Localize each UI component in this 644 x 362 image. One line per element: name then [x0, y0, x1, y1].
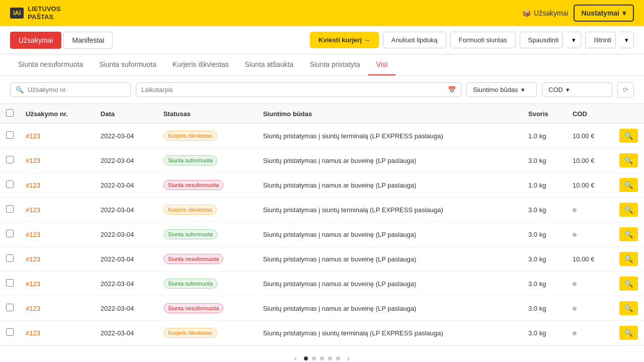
cod-value: 10.00 € [573, 255, 594, 263]
table-row: #123 2022-03-04 Siunta nesuformuota Siun… [0, 173, 644, 198]
row-checkbox[interactable] [6, 205, 14, 213]
page-dot-2[interactable] [312, 356, 316, 360]
row-cod [567, 321, 613, 345]
row-shipping: Siuntų pristatymas į namus ar buveinę (L… [257, 173, 522, 198]
header: IAI LIETUVOS PAŠTAS 📦 Užsakymai Nustatym… [0, 0, 644, 26]
nav-orders-button[interactable]: Užsakymai [10, 32, 61, 49]
row-search-button[interactable]: 🔍 [619, 277, 638, 291]
order-link[interactable]: #123 [26, 206, 40, 214]
row-shipping: Siuntų pristatymas į namus ar buveinę (L… [257, 296, 522, 321]
order-link[interactable]: #123 [26, 132, 40, 140]
tab-nesuformuota[interactable]: Siunta nesuformuota [10, 54, 91, 75]
header-right: 📦 Užsakymai Nustatymai ▾ [522, 5, 634, 22]
search-input[interactable] [28, 86, 125, 94]
row-search-button[interactable]: 🔍 [619, 301, 638, 315]
order-link[interactable]: #123 [26, 305, 40, 312]
row-weight: 3.0 kg [522, 148, 567, 173]
cod-empty [573, 233, 577, 237]
row-date: 2022-03-04 [95, 222, 157, 247]
reset-filter-button[interactable]: ⟳ [617, 82, 634, 98]
logo-text: LIETUVOS PAŠTAS [28, 5, 60, 21]
row-search-button[interactable]: 🔍 [619, 178, 638, 192]
row-search-button[interactable]: 🔍 [619, 129, 638, 143]
col-status: Statusas [157, 104, 257, 124]
row-search-button[interactable]: 🔍 [619, 153, 638, 167]
cod-value: 10.00 € [573, 132, 594, 140]
order-link[interactable]: #123 [26, 157, 40, 164]
status-badge: Kurjeris iškviestas [164, 205, 217, 215]
date-input[interactable] [141, 86, 444, 94]
order-link[interactable]: #123 [26, 182, 40, 189]
format-shipments-button[interactable]: Formuoti siuntas [450, 32, 516, 48]
orders-link[interactable]: 📦 Užsakymai [522, 9, 568, 17]
cod-empty [573, 331, 577, 335]
col-order-nr: Užsakymo nr. [20, 104, 95, 124]
call-courier-button[interactable]: Kviesti kurjerį → [310, 32, 379, 48]
row-shipping: Siuntų pristatymas į siuntų terminalą (L… [257, 124, 522, 148]
row-search-button[interactable]: 🔍 [619, 227, 638, 241]
row-search-button[interactable]: 🔍 [619, 252, 638, 266]
order-link[interactable]: #123 [26, 329, 40, 337]
page-dot-3[interactable] [320, 356, 324, 360]
tab-visi[interactable]: Visi [368, 54, 395, 75]
row-shipping: Siuntų pristatymas į namus ar buveinę (L… [257, 148, 522, 173]
row-search-button[interactable]: 🔍 [619, 203, 638, 217]
pagination: ‹ › [0, 345, 644, 362]
reset-icon: ⟳ [623, 86, 628, 94]
row-cod [567, 222, 613, 247]
status-badge: Siunta nesuformuota [164, 180, 224, 190]
row-checkbox[interactable] [6, 254, 14, 262]
next-page-button[interactable]: › [344, 353, 353, 362]
tab-pristatyta[interactable]: Siunta pristatyta [301, 54, 368, 75]
order-link[interactable]: #123 [26, 280, 40, 288]
page-dot-1[interactable] [304, 356, 308, 360]
row-checkbox[interactable] [6, 156, 14, 163]
table-row: #123 2022-03-04 Siunta suformuota Siuntų… [0, 272, 644, 296]
chevron-down-icon: ▾ [521, 86, 525, 94]
search-wrap: 🔍 [10, 82, 131, 97]
export-button[interactable]: Ištrinti [585, 32, 616, 48]
cod-empty [573, 282, 577, 286]
cod-value: 10.00 € [573, 157, 594, 164]
nav-manifests-button[interactable]: Manifestai [63, 32, 113, 49]
select-all-checkbox[interactable] [6, 109, 14, 117]
page-dot-4[interactable] [328, 356, 332, 360]
settings-button[interactable]: Nustatymai ▾ [574, 5, 634, 22]
table-row: #123 2022-03-04 Kurjeris iškviestas Siun… [0, 198, 644, 222]
row-checkbox[interactable] [6, 279, 14, 287]
row-cod: 10.00 € [567, 247, 613, 272]
tab-atsaukta[interactable]: Siunta atšaukta [237, 54, 302, 75]
col-weight: Svoris [522, 104, 567, 124]
export-dropdown[interactable]: ▾ [620, 32, 634, 48]
shipping-filter[interactable]: Siuntimo būdas ▾ [466, 82, 537, 97]
order-link[interactable]: #123 [26, 255, 40, 263]
row-weight: 3.0 kg [522, 222, 567, 247]
row-cod: 10.00 € [567, 124, 613, 148]
page-dot-5[interactable] [336, 356, 340, 360]
status-badge: Siunta nesuformuota [164, 303, 224, 313]
row-weight: 3.0 kg [522, 272, 567, 296]
row-checkbox[interactable] [6, 230, 14, 237]
row-date: 2022-03-04 [95, 321, 157, 345]
tab-iskviestas[interactable]: Kurjeris iškviestas [165, 54, 237, 75]
status-badge: Siunta suformuota [164, 229, 217, 239]
table-row: #123 2022-03-04 Siunta nesuformuota Siun… [0, 296, 644, 321]
tab-suformuota[interactable]: Siunta suformuota [91, 54, 165, 75]
print-button[interactable]: Spausdinti [520, 32, 564, 48]
row-checkbox[interactable] [6, 180, 14, 188]
status-badge: Siunta suformuota [164, 155, 217, 165]
package-icon: 📦 [522, 9, 531, 17]
print-dropdown[interactable]: ▾ [567, 32, 581, 48]
row-shipping: Siuntų pristatymas į siuntų terminalą (L… [257, 198, 522, 222]
cancel-label-button[interactable]: Anuliuot lipduką [383, 32, 446, 48]
row-checkbox[interactable] [6, 328, 14, 336]
table-row: #123 2022-03-04 Kurjeris iškviestas Siun… [0, 124, 644, 148]
row-date: 2022-03-04 [95, 272, 157, 296]
cod-filter[interactable]: COD ▾ [542, 82, 612, 97]
row-search-button[interactable]: 🔍 [619, 326, 638, 340]
prev-page-button[interactable]: ‹ [291, 353, 300, 362]
row-checkbox[interactable] [6, 131, 14, 139]
order-link[interactable]: #123 [26, 231, 40, 238]
row-checkbox[interactable] [6, 304, 14, 311]
row-cod: 10.00 € [567, 148, 613, 173]
